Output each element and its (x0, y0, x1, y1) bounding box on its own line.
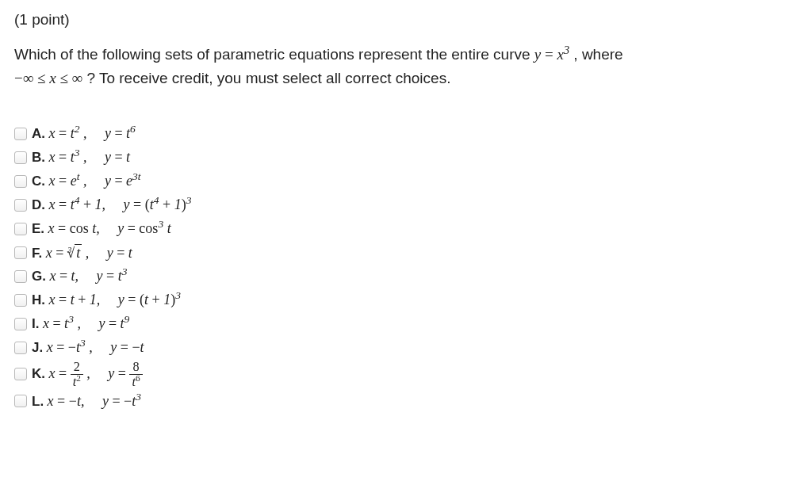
choice-row: A. x = t2 , y = t6 (14, 123, 798, 145)
choice-checkbox-b[interactable] (14, 151, 27, 164)
choice-checkbox-k[interactable] (14, 368, 27, 380)
choice-row: B. x = t3 , y = t (14, 147, 798, 169)
choice-label: C. x = et , y = e3t (32, 173, 141, 189)
choice-checkbox-a[interactable] (14, 128, 27, 140)
choice-checkbox-j[interactable] (14, 342, 27, 354)
choice-row: H. x = t + 1, y = (t + 1)3 (14, 289, 798, 311)
choice-label: I. x = t3 , y = t9 (32, 315, 129, 332)
choice-label: H. x = t + 1, y = (t + 1)3 (32, 292, 181, 308)
choice-row: E. x = cos t, y = cos3 t (14, 218, 798, 240)
choice-label: G. x = t, y = t3 (32, 268, 128, 284)
choice-row: J. x = −t3 , y = −t (14, 337, 798, 359)
choice-label: D. x = t4 + 1, y = (t4 + 1)3 (32, 197, 191, 213)
choice-label: J. x = −t3 , y = −t (32, 339, 144, 356)
choice-label: F. x = 3√t , y = t (32, 244, 132, 262)
choice-label: L. x = −t, y = −t3 (32, 393, 141, 410)
choice-checkbox-g[interactable] (14, 270, 27, 283)
choice-checkbox-f[interactable] (14, 246, 27, 259)
choice-checkbox-d[interactable] (14, 199, 27, 212)
choice-row: C. x = et , y = e3t (14, 170, 798, 193)
choice-checkbox-c[interactable] (14, 175, 27, 188)
choice-row: I. x = t3 , y = t9 (14, 313, 798, 335)
choice-row: L. x = −t, y = −t3 (14, 390, 798, 412)
choice-label: K. x = 2t2 , y = 8t6 (32, 361, 143, 388)
choice-label: E. x = cos t, y = cos3 t (32, 220, 171, 237)
choice-checkbox-h[interactable] (14, 294, 27, 307)
choice-row: F. x = 3√t , y = t (14, 242, 798, 264)
choice-checkbox-i[interactable] (14, 318, 27, 330)
choices-list: A. x = t2 , y = t6B. x = t3 , y = tC. x … (14, 123, 798, 412)
points-label: (1 point) (14, 11, 798, 29)
choice-checkbox-l[interactable] (14, 395, 27, 407)
choice-label: B. x = t3 , y = t (32, 149, 130, 166)
choice-row: G. x = t, y = t3 (14, 265, 798, 288)
choice-row: D. x = t4 + 1, y = (t4 + 1)3 (14, 194, 798, 216)
choice-row: K. x = 2t2 , y = 8t6 (14, 361, 798, 388)
choice-checkbox-e[interactable] (14, 223, 27, 235)
choice-label: A. x = t2 , y = t6 (32, 125, 136, 142)
question-text: Which of the following sets of parametri… (14, 43, 798, 91)
